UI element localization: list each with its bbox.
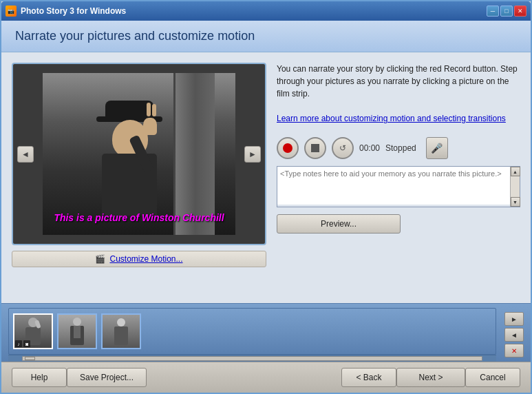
back-button[interactable]: < Back (341, 368, 396, 387)
svg-rect-3 (73, 318, 81, 326)
app-icon: 📷 (6, 6, 17, 17)
title-bar-left: 📷 Photo Story 3 for Windows (6, 6, 126, 17)
right-panel: You can narrate your story by clicking t… (277, 63, 520, 293)
filmstrip-delete-button[interactable]: ✕ (504, 344, 524, 357)
info-description: You can narrate your story by clicking t… (277, 63, 520, 100)
photo-caption: This is a picture of Winston Churchill (27, 212, 251, 223)
preview-button[interactable]: Preview... (277, 214, 401, 234)
thumb-1-audio-icon: ♪ (15, 340, 22, 347)
svg-rect-5 (74, 326, 81, 338)
prev-image-button[interactable]: ◄ (17, 146, 34, 163)
window-title: Photo Story 3 for Windows (21, 6, 126, 16)
page-title: Narrate your pictures and customize moti… (15, 29, 517, 43)
hand (143, 118, 157, 135)
stop-button[interactable] (304, 137, 326, 159)
info-link[interactable]: Learn more about customizing motion and … (277, 112, 520, 125)
image-viewer: ◄ (12, 63, 266, 245)
record-button[interactable] (277, 137, 299, 159)
finger2 (152, 104, 156, 116)
door-frame (173, 73, 215, 235)
finger1 (147, 103, 151, 116)
filmstrip-forward-button[interactable]: ► (504, 312, 524, 326)
next-image-button[interactable]: ► (244, 146, 261, 163)
rewind-icon: ↺ (339, 143, 346, 153)
scroll-down-button[interactable]: ▼ (511, 197, 520, 207)
microphone-icon: 🎤 (431, 143, 443, 154)
filmstrip-scrollbar (8, 355, 496, 362)
close-button[interactable]: ✕ (514, 6, 526, 17)
thumb-3-image (103, 315, 140, 348)
recording-time: 00:00 (359, 143, 380, 153)
main-window: 📷 Photo Story 3 for Windows ─ □ ✕ Narrat… (0, 0, 532, 394)
filmstrip-scroll-track[interactable] (22, 356, 482, 361)
minimize-button[interactable]: ─ (487, 6, 499, 17)
notes-textarea[interactable] (277, 167, 510, 205)
thumb-2-image (58, 315, 96, 348)
photo-background (43, 73, 235, 235)
thumb-1-motion-icon: ◙ (23, 340, 30, 347)
filmstrip-thumb-2[interactable] (57, 313, 97, 349)
left-panel: ◄ (12, 63, 266, 293)
bottom-bar: Help Save Project... < Back Next > Cance… (1, 362, 531, 393)
customize-motion-link[interactable]: Customize Motion... (109, 254, 182, 264)
filmstrip-thumb-1[interactable]: ♪ ◙ (13, 313, 53, 349)
filmstrip-top: ♪ ◙ (8, 308, 496, 355)
filmstrip-container: ♪ ◙ (8, 308, 496, 362)
filmstrip-scroll: ♪ ◙ (8, 308, 496, 355)
recording-status: Stopped (385, 143, 416, 153)
thumb-1-icons: ♪ ◙ (15, 340, 30, 347)
page-header: Narrate your pictures and customize moti… (1, 21, 531, 52)
customize-bar: 🎬 Customize Motion... (12, 251, 266, 267)
scroll-up-button[interactable]: ▲ (511, 167, 520, 176)
rewind-button[interactable]: ↺ (332, 137, 354, 159)
stop-square (311, 144, 319, 152)
maximize-button[interactable]: □ (500, 6, 513, 17)
recording-controls: ↺ 00:00 Stopped 🎤 (277, 137, 520, 159)
notes-container: ▲ ▼ (277, 166, 520, 207)
cancel-button[interactable]: Cancel (465, 368, 520, 387)
main-photo (43, 73, 235, 235)
filmstrip-scroll-thumb[interactable] (25, 357, 35, 360)
title-controls: ─ □ ✕ (487, 6, 526, 17)
customize-icon: 🎬 (95, 254, 105, 264)
microphone-button[interactable]: 🎤 (426, 137, 448, 159)
record-dot (283, 143, 292, 153)
help-button[interactable]: Help (12, 368, 67, 387)
title-bar: 📷 Photo Story 3 for Windows ─ □ ✕ (1, 1, 531, 21)
next-button[interactable]: Next > (396, 368, 465, 387)
content-area: ◄ (1, 52, 531, 303)
svg-rect-7 (114, 326, 128, 345)
notes-scrollbar: ▲ ▼ (510, 167, 520, 207)
save-project-button[interactable]: Save Project... (67, 368, 147, 387)
filmstrip-thumb-3[interactable] (101, 313, 141, 349)
filmstrip-side-buttons: ► ◄ ✕ (504, 312, 524, 357)
filmstrip-back-button[interactable]: ◄ (504, 328, 524, 342)
svg-rect-6 (117, 318, 125, 326)
filmstrip-section: ♪ ◙ (1, 303, 531, 362)
filmstrip-row: ♪ ◙ (8, 308, 524, 362)
